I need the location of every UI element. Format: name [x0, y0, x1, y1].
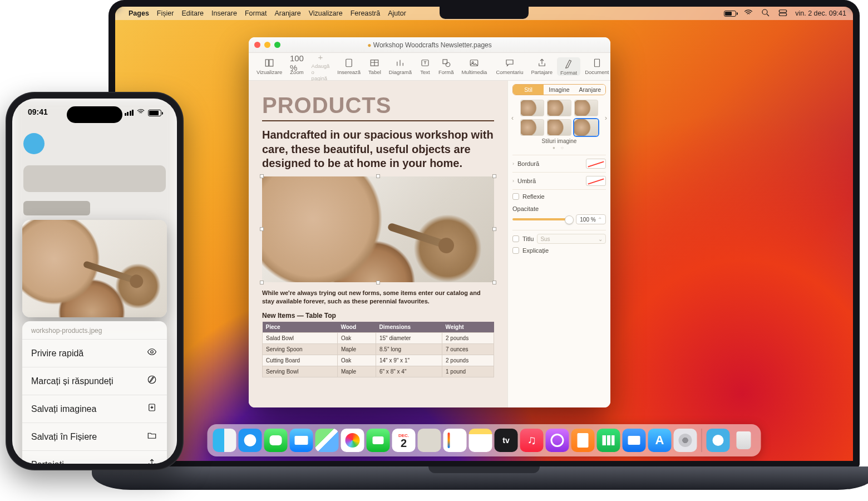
tb-chart[interactable]: Diagramă [386, 58, 415, 75]
doc-selected-image[interactable] [262, 176, 494, 282]
resize-handle[interactable] [260, 227, 264, 231]
tb-zoom[interactable]: 100 %Zoom [287, 58, 307, 75]
dock-contacts-icon[interactable] [418, 429, 441, 452]
menu-format[interactable]: Format [245, 9, 267, 17]
image-style-preset[interactable] [574, 100, 598, 116]
opacity-value-field[interactable]: 100 %⌃ [576, 214, 606, 224]
dock-music-icon[interactable] [520, 429, 544, 452]
document-canvas[interactable]: PRODUCTS Handcrafted in our spacious wor… [249, 81, 507, 407]
tab-image[interactable]: Imagine [544, 85, 574, 95]
tb-insert[interactable]: Inserează [334, 58, 364, 75]
dock-settings-icon[interactable] [674, 429, 697, 452]
title-checkbox[interactable] [512, 235, 519, 242]
image-preview[interactable] [22, 220, 167, 317]
border-swatch-none[interactable] [586, 159, 606, 169]
menubar-app-name[interactable]: Pages [129, 9, 149, 17]
shape-icon [441, 58, 452, 68]
resize-handle[interactable] [492, 281, 496, 284]
dock-messages-icon[interactable] [264, 429, 288, 452]
control-center-icon[interactable] [778, 8, 788, 19]
doc-body-text[interactable]: While we're always trying out new forms,… [262, 289, 494, 306]
menu-arrange[interactable]: Aranjare [274, 9, 300, 17]
resize-handle[interactable] [260, 281, 264, 284]
dock-downloads-icon[interactable] [707, 429, 730, 452]
blurred-content [23, 165, 166, 192]
tb-share[interactable]: Partajare [528, 58, 556, 75]
resize-handle[interactable] [260, 174, 264, 178]
dock-numbers-icon[interactable] [597, 429, 620, 452]
title-position-dropdown[interactable]: Sus⌄ [537, 234, 606, 244]
tb-comment[interactable]: Comentariu [492, 58, 526, 75]
menu-view[interactable]: Vizualizare [309, 9, 343, 17]
menu-quick-look[interactable]: Privire rapidă [22, 339, 167, 367]
th[interactable]: Dimensions [376, 322, 442, 333]
opacity-label: Opacitate [512, 203, 606, 212]
eye-icon [146, 347, 158, 360]
menu-help[interactable]: Ajutor [388, 9, 406, 17]
resize-handle[interactable] [492, 227, 496, 231]
image-style-preset[interactable] [574, 119, 598, 136]
menu-save-files[interactable]: Salvați în Fișiere [22, 423, 167, 450]
styles-prev-icon[interactable]: ‹ [511, 114, 514, 122]
tb-format[interactable]: Format [557, 57, 580, 76]
tab-arrange[interactable]: Aranjare [575, 85, 605, 95]
dock-finder-icon[interactable] [213, 429, 236, 452]
menu-share[interactable]: Partajați [22, 450, 167, 464]
dynamic-island [67, 106, 122, 123]
dock-facetime-icon[interactable] [367, 429, 390, 452]
dock-safari-icon[interactable] [239, 429, 262, 452]
tb-view[interactable]: Vizualizare [253, 58, 285, 75]
dock-trash-icon[interactable] [732, 429, 756, 452]
tb-document[interactable]: Document [581, 58, 610, 75]
doc-heading[interactable]: PRODUCTS [262, 93, 494, 121]
tb-media[interactable]: Multimedia [458, 58, 490, 75]
dock-appstore-icon[interactable] [648, 429, 672, 452]
styles-next-icon[interactable]: › [605, 114, 607, 122]
menu-save-image[interactable]: Salvați imaginea [22, 395, 167, 423]
image-style-preset[interactable] [520, 119, 544, 136]
border-row[interactable]: ›Bordură [512, 155, 606, 172]
spotlight-icon[interactable] [761, 8, 771, 19]
wifi-icon[interactable] [743, 8, 753, 19]
menu-markup-reply[interactable]: Marcați și răspundeți [22, 367, 167, 395]
tb-table[interactable]: Tabel [365, 58, 384, 75]
page-dots[interactable]: ● ○ [512, 145, 606, 150]
menu-edit[interactable]: Editare [181, 9, 204, 17]
menu-insert[interactable]: Inserare [211, 9, 237, 17]
reflection-checkbox[interactable] [512, 193, 519, 200]
th[interactable]: Piece [263, 322, 338, 333]
shadow-row[interactable]: ›Umbră [512, 172, 606, 189]
menubar-clock[interactable]: vin. 2 dec. 09:41 [795, 9, 846, 17]
image-style-preset[interactable] [547, 119, 571, 136]
image-style-preset[interactable] [520, 100, 544, 116]
resize-handle[interactable] [376, 281, 380, 284]
dock-tv-icon[interactable] [495, 429, 518, 452]
resize-handle[interactable] [492, 174, 496, 178]
dock-maps-icon[interactable] [315, 429, 339, 452]
dock-notes-icon[interactable] [469, 429, 492, 452]
tb-shape[interactable]: Formă [435, 58, 457, 75]
shadow-swatch-none[interactable] [586, 176, 606, 186]
resize-handle[interactable] [376, 174, 380, 178]
dock-photos-icon[interactable] [341, 429, 364, 452]
image-style-preset[interactable] [547, 100, 571, 116]
th[interactable]: Wood [337, 322, 376, 333]
dock-reminders-icon[interactable] [443, 429, 467, 452]
tab-style[interactable]: Stil [513, 85, 544, 95]
dock-mail-icon[interactable] [290, 429, 313, 452]
dock-keynote-icon[interactable] [623, 429, 646, 452]
caption-checkbox[interactable] [512, 247, 519, 254]
opacity-slider[interactable] [512, 218, 573, 220]
dock-pages-icon[interactable] [571, 429, 595, 452]
menu-window[interactable]: Fereastră [351, 9, 381, 17]
menu-file[interactable]: Fișier [157, 9, 174, 17]
battery-icon[interactable] [724, 11, 736, 17]
doc-subheading[interactable]: Handcrafted in our spacious workshop wit… [262, 128, 494, 171]
doc-table-heading[interactable]: New Items — Table Top [262, 312, 494, 320]
th[interactable]: Weight [442, 322, 494, 333]
tb-text[interactable]: Text [416, 58, 434, 75]
dock-calendar-icon[interactable]: DEC.2 [392, 429, 416, 452]
doc-table[interactable]: Piece Wood Dimensions Weight Salad BowlO… [262, 322, 494, 377]
dock-podcasts-icon[interactable] [546, 429, 569, 452]
window-titlebar[interactable]: ● Workshop Woodcrafts Newsletter.pages [249, 37, 610, 53]
